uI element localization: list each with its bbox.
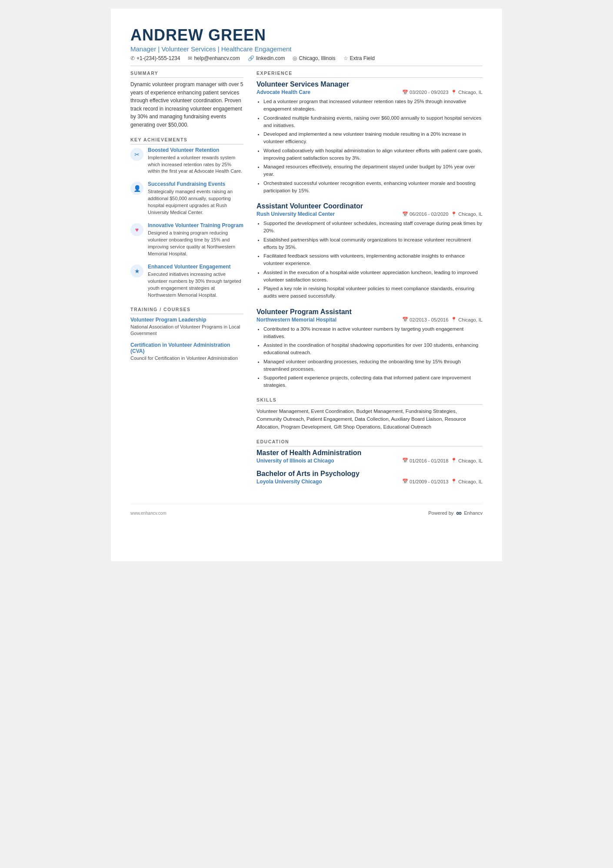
job-title: Volunteer Program Assistant (257, 308, 483, 316)
bullet: Managed volunteer onboarding processes, … (263, 358, 483, 373)
achievement-title: Boosted Volunteer Retention (148, 147, 243, 153)
degree-title: Bachelor of Arts in Psychology (257, 470, 483, 478)
star-icon: ☆ (343, 55, 348, 61)
training-org: Council for Certification in Volunteer A… (130, 355, 243, 362)
brand-name: Enhancv (464, 510, 483, 516)
training-item: Certification in Volunteer Administratio… (130, 342, 243, 362)
skills-section: SKILLS Volunteer Management, Event Coord… (257, 397, 483, 431)
brand-logo: ∞ (456, 509, 461, 518)
bullet: Coordinated multiple fundraising events,… (263, 114, 483, 130)
job-bullets: Supported the development of volunteer s… (257, 220, 483, 300)
company-name: Northwestern Memorial Hospital (257, 317, 336, 323)
achievement-title: Successful Fundraising Events (148, 181, 243, 187)
contact-location: ◎ Chicago, Illinois (293, 55, 335, 61)
achievement-icon: ♥ (130, 223, 143, 236)
education-item: Master of Health Administration Universi… (257, 449, 483, 464)
education-title: EDUCATION (257, 439, 483, 446)
footer: www.enhancv.com Powered by ∞ Enhancv (130, 504, 483, 518)
achievement-content: Boosted Volunteer Retention Implemented … (148, 147, 243, 175)
email-icon: ✉ (188, 55, 192, 61)
education-section: EDUCATION Master of Health Administratio… (257, 439, 483, 485)
achievement-icon: 👤 (130, 182, 143, 195)
job-title: Assistant Volunteer Coordinator (257, 202, 483, 210)
job-location: 📍Chicago, IL (451, 211, 483, 217)
bullet: Established partnerships with local comm… (263, 236, 483, 251)
job-bullets: Contributed to a 30% increase in active … (257, 325, 483, 389)
resume-page: ANDREW GREEN Manager | Volunteer Service… (111, 9, 502, 561)
bullet: Orchestrated successful volunteer recogn… (263, 180, 483, 195)
achievement-content: Enhanced Volunteer Engagement Executed i… (148, 264, 243, 299)
phone-icon: ✆ (130, 55, 135, 61)
achievement-content: Successful Fundraising Events Strategica… (148, 181, 243, 216)
achievements-title: KEY ACHIEVEMENTS (130, 137, 243, 144)
header-section: ANDREW GREEN Manager | Volunteer Service… (130, 26, 483, 61)
training-org: National Association of Volunteer Progra… (130, 324, 243, 337)
bullet: Supported the development of volunteer s… (263, 220, 483, 235)
bullet: Developed and implemented a new voluntee… (263, 131, 483, 146)
achievement-item: ✂ Boosted Volunteer Retention Implemente… (130, 147, 243, 175)
bullet: Managed resources effectively, ensuring … (263, 163, 483, 178)
experience-container: Volunteer Services Manager Advocate Heal… (257, 80, 483, 389)
edu-dates: 📅01/2016 - 01/2018 (402, 458, 448, 463)
experience-item: Volunteer Program Assistant Northwestern… (257, 308, 483, 389)
edu-meta: Loyola University Chicago 📅01/2009 - 01/… (257, 479, 483, 485)
job-dates: 📅03/2020 - 09/2023 (402, 90, 448, 95)
achievement-title: Innovative Volunteer Training Program (148, 222, 243, 228)
school-name: Loyola University Chicago (257, 479, 322, 485)
edu-location: 📍Chicago, IL (451, 479, 483, 484)
body-layout: SUMMARY Dynamic volunteer program manage… (130, 70, 483, 491)
job-title: Volunteer Services Manager (257, 80, 483, 88)
company-name: Rush University Medical Center (257, 211, 335, 217)
training-section: TRAINING / COURSES Volunteer Program Lea… (130, 307, 243, 362)
experience-section: EXPERIENCE Volunteer Services Manager Ad… (257, 70, 483, 389)
achievement-desc: Implemented a volunteer rewards system w… (148, 154, 243, 175)
contact-email: ✉ help@enhancv.com (188, 55, 240, 61)
summary-section: SUMMARY Dynamic volunteer program manage… (130, 70, 243, 129)
bullet: Worked collaboratively with hospital adm… (263, 147, 483, 162)
right-column: EXPERIENCE Volunteer Services Manager Ad… (257, 70, 483, 491)
bullet: Supported patient experience projects, c… (263, 374, 483, 389)
achievement-title: Enhanced Volunteer Engagement (148, 264, 243, 270)
training-title: TRAINING / COURSES (130, 307, 243, 314)
job-dates: 📅06/2016 - 02/2020 (402, 211, 448, 217)
powered-by-label: Powered by (428, 510, 453, 516)
edu-dates: 📅01/2009 - 01/2013 (402, 479, 448, 484)
school-name: University of Illinois at Chicago (257, 458, 334, 464)
bullet: Played a key role in revising hospital v… (263, 285, 483, 300)
skills-text: Volunteer Management, Event Coordination… (257, 407, 483, 431)
contact-linkedin: 🔗 linkedin.com (248, 55, 285, 61)
job-dates: 📅02/2013 - 05/2016 (402, 317, 448, 322)
edu-meta: University of Illinois at Chicago 📅01/20… (257, 458, 483, 464)
contact-bar: ✆ +1-(234)-555-1234 ✉ help@enhancv.com 🔗… (130, 55, 483, 61)
achievement-content: Innovative Volunteer Training Program De… (148, 222, 243, 258)
achievement-item: ♥ Innovative Volunteer Training Program … (130, 222, 243, 258)
edu-location: 📍Chicago, IL (451, 458, 483, 463)
summary-text: Dynamic volunteer program manager with o… (130, 80, 243, 129)
exp-meta: Rush University Medical Center 📅06/2016 … (257, 211, 483, 217)
achievement-desc: Executed initiatives increasing active v… (148, 271, 243, 299)
bullet: Led a volunteer program that increased v… (263, 98, 483, 113)
training-name: Volunteer Program Leadership (130, 317, 243, 323)
degree-title: Master of Health Administration (257, 449, 483, 457)
contact-extra: ☆ Extra Field (343, 55, 375, 61)
company-name: Advocate Health Care (257, 89, 310, 95)
candidate-subtitle: Manager | Volunteer Services | Healthcar… (130, 45, 483, 53)
summary-title: SUMMARY (130, 70, 243, 78)
job-location: 📍Chicago, IL (451, 90, 483, 95)
footer-brand: Powered by ∞ Enhancv (428, 509, 483, 518)
achievement-icon: ✂ (130, 148, 143, 161)
achievement-item: 👤 Successful Fundraising Events Strategi… (130, 181, 243, 216)
footer-url: www.enhancv.com (130, 511, 167, 516)
education-item: Bachelor of Arts in Psychology Loyola Un… (257, 470, 483, 485)
bullet: Contributed to a 30% increase in active … (263, 325, 483, 341)
skills-title: SKILLS (257, 397, 483, 405)
bullet: Facilitated feedback sessions with volun… (263, 252, 483, 268)
header-divider (130, 66, 483, 66)
job-bullets: Led a volunteer program that increased v… (257, 98, 483, 194)
experience-item: Volunteer Services Manager Advocate Heal… (257, 80, 483, 194)
bullet: Assisted in the execution of a hospital-… (263, 269, 483, 284)
experience-item: Assistant Volunteer Coordinator Rush Uni… (257, 202, 483, 300)
training-container: Volunteer Program Leadership National As… (130, 317, 243, 362)
bullet: Assisted in the coordination of hospital… (263, 342, 483, 357)
experience-title: EXPERIENCE (257, 70, 483, 78)
